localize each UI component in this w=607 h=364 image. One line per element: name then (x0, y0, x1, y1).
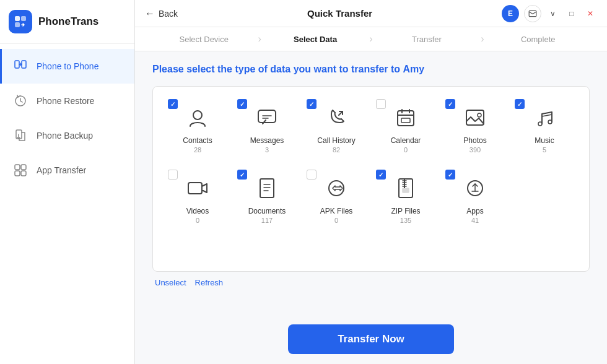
messages-icon (252, 103, 282, 132)
sidebar-header: PhoneTrans (0, 0, 134, 44)
svg-point-22 (329, 181, 344, 196)
apk-files-count: 0 (334, 217, 338, 224)
unselect-button[interactable]: Unselect (155, 278, 186, 287)
contacts-icon (183, 103, 212, 132)
transfer-footer: Transfer Now (135, 314, 607, 364)
sidebar-item-phone-restore[interactable]: Phone Restore (0, 84, 134, 118)
maximize-button[interactable]: □ (565, 7, 579, 20)
data-item-documents[interactable]: ✓Documents117 (235, 167, 299, 230)
svg-point-17 (478, 113, 481, 117)
back-arrow-icon: ← (145, 8, 155, 19)
sidebar-item-app-transfer-label: App Transfer (37, 165, 86, 175)
photos-icon (460, 103, 490, 132)
checkbox-zip-files: ✓ (376, 170, 386, 180)
data-grid: ✓Contacts28✓Messages3✓Call History82Cale… (165, 97, 577, 230)
svg-rect-15 (401, 118, 410, 123)
title-prefix: Please select the type of data you want … (152, 64, 400, 74)
svg-rect-13 (258, 110, 276, 123)
sidebar-item-phone-to-phone[interactable]: Phone to Phone (0, 49, 134, 84)
app-title: PhoneTrans (38, 15, 98, 28)
svg-rect-7 (15, 165, 20, 170)
data-item-contacts[interactable]: ✓Contacts28 (165, 97, 230, 160)
refresh-button[interactable]: Refresh (195, 278, 224, 287)
phone-backup-icon (12, 127, 29, 144)
call-history-icon (321, 103, 351, 132)
titlebar: ← Back Quick Transfer E ∨ □ ✕ (135, 0, 607, 27)
apk-files-name: APK Files (320, 207, 353, 215)
apps-name: Apps (466, 207, 483, 215)
videos-count: 0 (196, 217, 199, 224)
sidebar-item-phone-backup-label: Phone Backup (37, 131, 93, 141)
svg-rect-20 (188, 183, 202, 194)
step-transfer: Transfer (373, 35, 481, 44)
step-select-device-label: Select Device (180, 35, 229, 44)
checkbox-apk-files (307, 170, 317, 180)
minimize-button[interactable]: ∨ (546, 7, 560, 20)
back-button[interactable]: ← Back (145, 8, 178, 19)
checkbox-calendar (376, 99, 386, 109)
phone-to-phone-icon (12, 58, 29, 75)
sidebar: PhoneTrans Phone to Phone (0, 0, 135, 364)
svg-rect-4 (22, 61, 26, 68)
steps-bar: Select Device › Select Data › Transfer ›… (135, 27, 607, 51)
apps-count: 41 (471, 217, 479, 224)
transfer-now-button[interactable]: Transfer Now (288, 324, 454, 354)
data-item-music[interactable]: ✓Music5 (512, 97, 577, 160)
svg-rect-16 (466, 110, 484, 125)
actions-row: Unselect Refresh (152, 278, 590, 287)
calendar-count: 0 (404, 146, 408, 154)
step-select-data-label: Select Data (294, 35, 337, 44)
data-item-apps[interactable]: ✓Apps41 (443, 167, 507, 230)
titlebar-controls: E ∨ □ ✕ (502, 5, 597, 22)
sidebar-item-app-transfer[interactable]: App Transfer (0, 153, 134, 188)
calendar-icon (391, 103, 421, 132)
data-grid-container: ✓Contacts28✓Messages3✓Call History82Cale… (152, 86, 590, 272)
app-transfer-icon (12, 162, 29, 179)
messages-count: 3 (265, 146, 269, 154)
data-item-call-history[interactable]: ✓Call History82 (304, 97, 369, 160)
email-button[interactable] (524, 5, 541, 22)
zip-files-icon (391, 173, 421, 203)
close-button[interactable]: ✕ (583, 7, 597, 20)
photos-name: Photos (463, 136, 486, 145)
svg-rect-8 (21, 165, 26, 170)
svg-rect-3 (15, 61, 19, 68)
checkbox-messages: ✓ (237, 99, 247, 109)
step-transfer-label: Transfer (412, 35, 442, 44)
documents-name: Documents (248, 207, 286, 215)
music-icon (530, 103, 559, 132)
app-logo (9, 10, 32, 33)
videos-icon (183, 173, 212, 203)
sidebar-nav: Phone to Phone Phone Restore (0, 44, 134, 193)
sidebar-item-phone-restore-label: Phone Restore (37, 96, 94, 106)
sidebar-item-phone-backup[interactable]: Phone Backup (0, 118, 134, 153)
svg-rect-1 (21, 16, 26, 21)
svg-rect-21 (260, 179, 274, 197)
checkbox-videos (168, 170, 178, 180)
main-content: ← Back Quick Transfer E ∨ □ ✕ Select Dev… (135, 0, 607, 364)
videos-name: Videos (186, 207, 209, 215)
data-item-photos[interactable]: ✓Photos390 (443, 97, 507, 160)
checkbox-photos: ✓ (445, 99, 455, 109)
call-history-count: 82 (333, 146, 340, 154)
apps-icon (460, 173, 490, 203)
data-item-messages[interactable]: ✓Messages3 (235, 97, 299, 160)
photos-count: 390 (469, 146, 481, 154)
data-item-apk-files[interactable]: APK Files0 (304, 167, 369, 230)
titlebar-title: Quick Transfer (307, 8, 372, 19)
checkbox-documents: ✓ (237, 170, 247, 180)
call-history-name: Call History (317, 136, 355, 145)
back-label: Back (159, 9, 178, 19)
data-item-videos[interactable]: Videos0 (165, 167, 230, 230)
svg-rect-9 (15, 171, 20, 176)
data-item-calendar[interactable]: Calendar0 (373, 97, 438, 160)
music-name: Music (535, 136, 554, 145)
phone-restore-icon (12, 92, 29, 110)
content-title: Please select the type of data you want … (152, 64, 590, 75)
checkbox-call-history: ✓ (307, 99, 317, 109)
avatar-button[interactable]: E (502, 5, 519, 22)
data-item-zip-files[interactable]: ✓ZIP Files135 (373, 167, 438, 230)
step-complete: Complete (484, 35, 592, 44)
documents-icon (252, 173, 282, 203)
svg-point-12 (193, 111, 202, 119)
